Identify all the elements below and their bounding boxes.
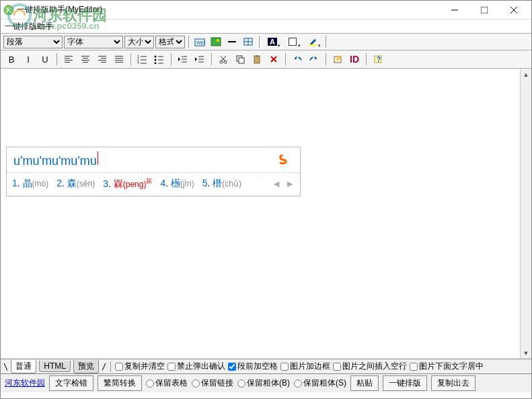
radio-keep-table[interactable]: 保留表格 [146,377,188,389]
table-button[interactable] [241,35,256,48]
underline-button[interactable]: U [37,52,53,67]
indent-button[interactable] [192,52,208,67]
bold-button[interactable]: B [3,52,20,67]
font-select[interactable]: 字体 [64,36,123,48]
svg-point-21 [155,56,157,58]
id-button[interactable]: ID [346,52,363,67]
editor-content[interactable]: u'mu'mu'mu'mu 1. 晶(mò) 2. 森(sēn) 3. 槑(pe… [1,69,520,359]
ime-candidate[interactable]: 3. 槑(peng)新 [103,177,152,190]
undo-button[interactable] [289,52,305,67]
trad-simp-button[interactable]: 繁简转换 [98,375,142,391]
paragraph-select[interactable]: 段落 [3,36,63,48]
outdent-button[interactable] [175,52,191,67]
check-no-confirm[interactable]: 禁止弹出确认 [167,361,225,372]
tab-preview[interactable]: 预览 [73,360,99,373]
tab-normal[interactable]: 普通 [11,360,36,373]
check-img-border[interactable]: 图片加边框 [280,361,330,372]
paste-button[interactable] [249,52,265,67]
separator [326,53,326,65]
help-button[interactable]: ? [370,52,386,67]
close-button[interactable] [499,1,529,19]
image-button[interactable] [208,35,223,48]
align-left-button[interactable] [61,52,77,67]
align-right-button[interactable] [94,52,110,67]
radio-keep-link[interactable]: 保留链接 [192,377,233,389]
web-button[interactable]: WEB [192,35,207,48]
menubar-label[interactable]: 一键排版助手 [5,21,53,32]
svg-point-34 [224,61,227,63]
svg-point-33 [220,61,223,63]
check-img-blank[interactable]: 图片之间插入空行 [333,361,407,372]
ime-candidate[interactable]: 4. 檧(jìn) [160,178,194,190]
separator [188,36,189,48]
svg-point-23 [155,59,157,61]
size-select[interactable]: 大小 [124,36,154,48]
highlight-button[interactable] [303,35,322,48]
italic-button[interactable]: I [20,52,36,67]
svg-text:?: ? [377,56,381,63]
ime-next-icon[interactable]: ► [285,178,295,189]
svg-rect-8 [211,38,221,46]
align-center-button[interactable] [77,52,93,67]
tab-html[interactable]: HTML [39,361,71,372]
separator [211,53,212,65]
separator [171,53,172,65]
radio-keep-bold-s[interactable]: 保留粗体(S) [294,377,346,389]
scroll-down-icon[interactable]: ▼ [521,347,531,359]
window-title: 一键排版助手(MyEditor) [17,4,440,15]
maximize-button[interactable] [469,1,499,19]
copy-out-button[interactable]: 复制出去 [431,375,476,391]
svg-text:WEB: WEB [196,40,205,45]
vertical-scrollbar[interactable]: ▲ ▼ [520,69,531,359]
minimize-button[interactable] [440,1,469,19]
separator [130,53,131,65]
paste-button[interactable]: 粘贴 [350,375,379,391]
unordered-list-button[interactable] [151,52,167,67]
ime-prev-icon[interactable]: ◄ [272,178,281,189]
edit-button[interactable] [330,52,346,67]
svg-point-25 [155,63,157,65]
svg-point-9 [217,39,219,42]
svg-text:3: 3 [137,61,139,64]
ime-candidate[interactable]: 2. 森(sēn) [56,178,95,190]
separator [326,36,326,48]
ordered-list-button[interactable]: 123 [135,52,151,67]
svg-rect-40 [256,55,258,57]
scroll-up-icon[interactable]: ▲ [521,69,531,80]
separator [56,53,57,65]
copy-button[interactable] [232,52,248,67]
redo-button[interactable] [306,52,322,67]
format-button[interactable]: 一键排版 [383,375,427,391]
ime-popup: u'mu'mu'mu'mu 1. 晶(mò) 2. 森(sēn) 3. 槑(pe… [6,147,301,196]
check-img-center[interactable]: 图片下面文字居中 [410,361,484,372]
separator [259,36,260,48]
align-justify-button[interactable] [111,52,127,67]
check-copy-clear[interactable]: 复制并清空 [115,361,165,372]
ime-candidate[interactable]: 1. 晶(mò) [12,178,48,190]
cut-button[interactable] [215,52,231,67]
spellcheck-button[interactable]: 文字检错 [49,375,93,391]
site-link[interactable]: 河东软件园 [5,377,45,389]
svg-rect-2 [481,7,488,13]
fontcolor-button[interactable]: A [263,35,282,48]
check-para-space[interactable]: 段前加空格 [228,361,278,372]
hr-button[interactable] [225,35,239,48]
radio-keep-bold-b[interactable]: 保留粗体(B) [237,377,290,389]
separator [366,53,367,65]
ime-input-text: u'mu'mu'mu'mu [13,154,97,168]
bgcolor-button[interactable] [283,35,302,48]
format-select[interactable]: 格式 [155,36,185,48]
ime-candidate[interactable]: 5. 橬(chǔ) [202,178,241,190]
separator [285,53,286,65]
delete-button[interactable] [266,52,282,67]
svg-rect-38 [239,58,244,63]
svg-rect-14 [309,44,316,46]
sogou-logo-icon [277,152,293,168]
app-icon [3,5,14,15]
